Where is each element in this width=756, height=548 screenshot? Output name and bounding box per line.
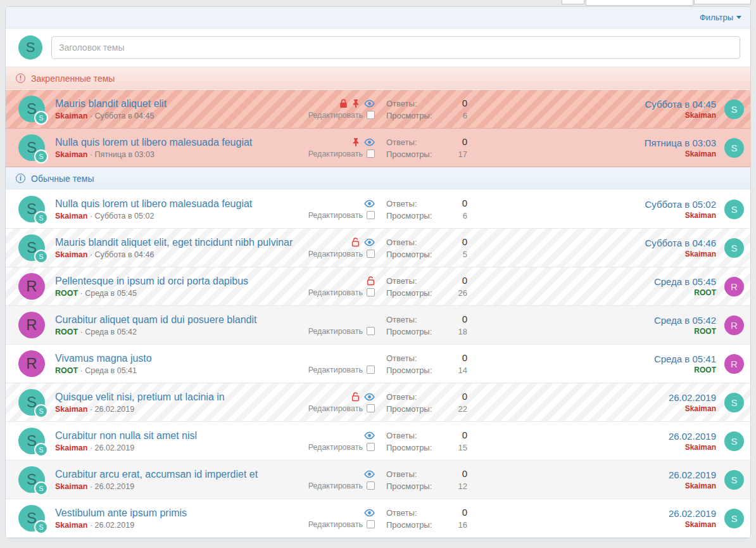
top-cropped-control-1[interactable] — [562, 0, 584, 4]
last-poster-avatar[interactable]: S — [724, 200, 744, 219]
edit-label[interactable]: Редактировать — [308, 404, 363, 413]
author-mini-avatar[interactable]: S — [34, 211, 48, 225]
author-avatar[interactable]: R — [18, 273, 45, 300]
author-mini-avatar[interactable]: S — [34, 150, 48, 163]
topic-title-link[interactable]: Vivamus magna justo — [55, 352, 152, 364]
replies-stat: Ответы:0 — [386, 196, 467, 210]
topic-title-link[interactable]: Curabitur non nulla sit amet nisl — [55, 430, 197, 442]
edit-label[interactable]: Редактировать — [308, 327, 363, 336]
topic-title-link[interactable]: Quisque velit nisi, pretium ut lacinia i… — [55, 391, 225, 403]
last-activity-date-link[interactable]: Пятница в 03:03 — [467, 137, 716, 148]
last-activity-user[interactable]: Skaiman — [467, 443, 716, 452]
last-activity-date-link[interactable]: 26.02.2019 — [467, 508, 716, 519]
author-avatar[interactable]: R — [18, 312, 45, 338]
topic-author-name[interactable]: ROOT — [55, 328, 78, 336]
top-cropped-control-2[interactable] — [586, 0, 693, 6]
last-activity-date-link[interactable]: 26.02.2019 — [467, 392, 716, 403]
topic-author-name[interactable]: Skaiman — [55, 405, 87, 414]
last-activity-user[interactable]: ROOT — [467, 327, 716, 336]
last-activity-date-link[interactable]: 26.02.2019 — [467, 431, 716, 442]
edit-label[interactable]: Редактировать — [308, 288, 363, 297]
edit-label[interactable]: Редактировать — [308, 481, 363, 490]
edit-label[interactable]: Редактировать — [308, 520, 363, 529]
author-mini-avatar[interactable]: S — [34, 520, 48, 534]
moderation-checkbox[interactable] — [367, 520, 375, 528]
edit-label[interactable]: Редактировать — [308, 443, 363, 452]
last-activity-user[interactable]: Skaiman — [467, 250, 716, 258]
topic-title-link[interactable]: Nulla quis lorem ut libero malesuada feu… — [55, 198, 252, 210]
last-poster-avatar[interactable]: S — [724, 138, 744, 158]
edit-label[interactable]: Редактировать — [308, 250, 363, 258]
topic-author-name[interactable]: Skaiman — [55, 482, 87, 491]
moderation-checkbox[interactable] — [367, 404, 375, 412]
topic-title-link[interactable]: Pellentesque in ipsum id orci porta dapi… — [55, 275, 248, 287]
last-activity-user[interactable]: Skaiman — [467, 150, 716, 158]
topic-author-name[interactable]: Skaiman — [55, 250, 87, 259]
moderation-checkbox[interactable] — [367, 481, 375, 490]
last-activity-date-link[interactable]: 26.02.2019 — [467, 469, 716, 480]
top-cropped-control-3[interactable] — [694, 0, 751, 4]
last-poster-avatar[interactable]: S — [724, 99, 744, 119]
last-activity-user[interactable]: Skaiman — [467, 520, 716, 529]
last-activity-user[interactable]: Skaiman — [467, 481, 716, 490]
topic-author-name[interactable]: Skaiman — [55, 521, 87, 530]
views-label: Просмотры: — [386, 249, 432, 261]
last-poster-avatar[interactable]: R — [724, 354, 744, 374]
last-poster-avatar[interactable]: S — [724, 470, 744, 490]
last-activity-user[interactable]: ROOT — [467, 366, 716, 374]
edit-label[interactable]: Редактировать — [308, 366, 363, 374]
edit-label[interactable]: Редактировать — [308, 211, 363, 220]
last-poster-avatar[interactable]: S — [724, 509, 744, 528]
topic-author-name[interactable]: ROOT — [55, 289, 78, 298]
last-activity-date-link[interactable]: Суббота в 04:45 — [467, 99, 716, 110]
moderation-checkbox[interactable] — [367, 288, 375, 296]
moderation-checkbox[interactable] — [367, 211, 375, 219]
moderation-checkbox[interactable] — [367, 366, 375, 374]
topic-title-link[interactable]: Curabitur aliquet quam id dui posuere bl… — [55, 314, 256, 326]
topic-title-link[interactable]: Mauris blandit aliquet elit, eget tincid… — [55, 236, 293, 248]
filters-dropdown[interactable]: Фильтры — [700, 13, 741, 22]
moderation-checkbox[interactable] — [367, 250, 375, 258]
topic-author-name[interactable]: Skaiman — [55, 443, 87, 452]
topic-title-link[interactable]: Mauris blandit aliquet elit — [55, 98, 167, 110]
moderation-checkbox[interactable] — [367, 111, 375, 119]
topic-author-name[interactable]: Skaiman — [55, 150, 87, 159]
last-activity-date-link[interactable]: Суббота в 05:02 — [467, 199, 716, 210]
last-poster-avatar[interactable]: S — [724, 393, 744, 412]
last-poster-avatar[interactable]: R — [724, 315, 744, 335]
author-mini-avatar[interactable]: S — [34, 481, 48, 495]
topic-title-link[interactable]: Curabitur arcu erat, accumsan id imperdi… — [55, 468, 258, 480]
last-activity-date-link[interactable]: Среда в 05:42 — [467, 315, 716, 326]
moderation-checkbox[interactable] — [367, 327, 375, 335]
moderation-checkbox[interactable] — [367, 150, 375, 158]
topic-start-date: · Среда в 05:41 — [78, 366, 137, 375]
last-poster-avatar[interactable]: R — [724, 277, 744, 296]
author-avatar[interactable]: R — [18, 350, 45, 377]
topic-status-icons — [351, 238, 375, 247]
topic-title-search-input[interactable] — [51, 36, 740, 59]
last-activity-date-link[interactable]: Среда в 05:45 — [467, 276, 716, 287]
topic-author-name[interactable]: Skaiman — [55, 112, 87, 120]
author-mini-avatar[interactable]: S — [34, 404, 48, 418]
last-activity-user[interactable]: Skaiman — [467, 211, 716, 220]
topic-title-link[interactable]: Nulla quis lorem ut libero malesuada feu… — [55, 136, 252, 148]
moderation-checkbox[interactable] — [367, 443, 375, 451]
edit-label[interactable]: Редактировать — [308, 150, 363, 158]
last-activity-user[interactable]: ROOT — [467, 288, 716, 297]
last-activity-user[interactable]: Skaiman — [467, 111, 716, 120]
last-activity-date-link[interactable]: Среда в 05:41 — [467, 354, 716, 364]
topic-author-avatar-wrap: SS — [18, 466, 45, 493]
author-mini-avatar[interactable]: S — [34, 111, 48, 125]
topic-byline: Skaiman · Суббота в 04:46 — [55, 250, 304, 259]
topic-author-name[interactable]: Skaiman — [55, 212, 87, 220]
last-poster-avatar[interactable]: S — [724, 238, 744, 258]
topic-title-link[interactable]: Vestibulum ante ipsum primis — [55, 507, 187, 519]
current-user-avatar[interactable]: S — [18, 35, 42, 60]
author-mini-avatar[interactable]: S — [34, 443, 48, 457]
last-poster-avatar[interactable]: S — [724, 431, 744, 451]
author-mini-avatar[interactable]: S — [34, 250, 48, 264]
topic-author-name[interactable]: ROOT — [55, 366, 78, 375]
last-activity-user[interactable]: Skaiman — [467, 404, 716, 413]
last-activity-date-link[interactable]: Суббота в 04:46 — [467, 238, 716, 248]
edit-label[interactable]: Редактировать — [308, 111, 363, 120]
